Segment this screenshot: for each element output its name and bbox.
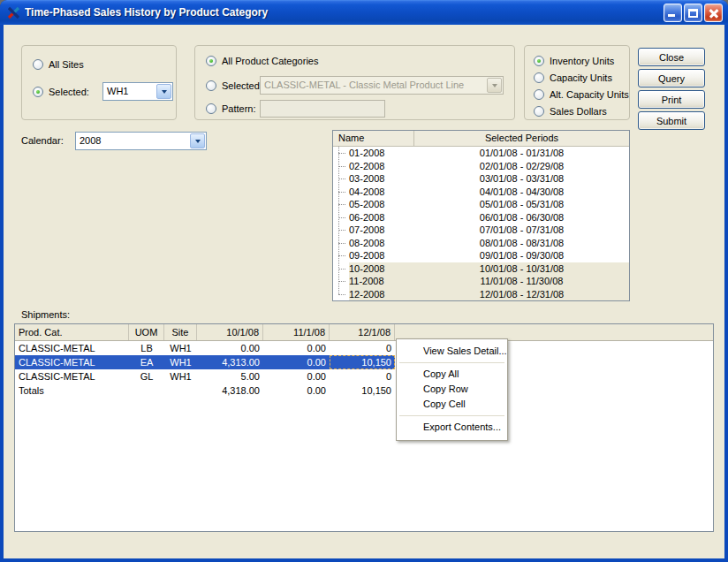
window-title: Time-Phased Sales History by Product Cat… (25, 6, 664, 19)
radio-icon[interactable] (33, 59, 43, 70)
shipments-cell[interactable]: 0.00 (263, 341, 330, 355)
period-row[interactable]: 12-200812/01/08 - 12/31/08 (333, 288, 629, 301)
unit-option-label: Inventory Units (550, 56, 614, 66)
menu-item[interactable]: View Sales Detail... (398, 344, 506, 359)
site-combo[interactable]: WH1 (102, 82, 173, 101)
close-button[interactable] (704, 4, 723, 22)
shipments-row[interactable]: Totals4,318.000.0010,150 (15, 384, 395, 398)
period-name: 06-2008 (349, 211, 414, 224)
radio-icon[interactable] (534, 106, 544, 117)
shipments-cell[interactable]: 0 (330, 341, 395, 355)
periods-col-name[interactable]: Name (333, 131, 414, 146)
radio-icon[interactable] (534, 56, 544, 66)
shipments-header: Prod. Cat.UOMSite10/1/0811/1/0812/1/08 (15, 324, 713, 341)
pattern-input (260, 100, 385, 118)
shipments-cell[interactable]: GL (129, 369, 164, 384)
maximize-button[interactable] (684, 4, 702, 22)
unit-option[interactable]: Inventory Units (534, 53, 629, 69)
radio-icon[interactable] (534, 72, 544, 83)
shipments-cell[interactable]: 5.00 (197, 369, 263, 384)
menu-item[interactable]: Export Contents... (398, 420, 506, 435)
shipments-cell[interactable]: 10,150 (330, 384, 395, 398)
all-product-categories-option[interactable]: All Product Categories (206, 53, 318, 69)
query-button[interactable]: Query (638, 69, 705, 87)
shipments-cell[interactable]: 10,150 (330, 355, 395, 369)
period-row[interactable]: 03-200803/01/08 - 03/31/08 (333, 172, 629, 186)
periods-list: Name Selected Periods 01-200801/01/08 - … (332, 130, 630, 301)
shipments-cell[interactable]: 4,318.00 (197, 384, 263, 398)
chevron-down-icon (487, 78, 502, 93)
shipments-row[interactable]: CLASSIC-METALEAWH14,313.000.0010,150 (15, 355, 395, 369)
shipments-column-header[interactable]: 10/1/08 (197, 324, 263, 340)
submit-button[interactable]: Submit (638, 111, 705, 130)
shipments-cell[interactable] (164, 384, 197, 398)
shipments-cell[interactable]: 4,313.00 (197, 355, 263, 369)
selected-product-option[interactable]: Selected: (206, 78, 262, 94)
selected-site-label: Selected: (49, 87, 89, 97)
shipments-cell[interactable] (129, 384, 164, 398)
chevron-down-icon[interactable] (190, 133, 205, 148)
radio-icon[interactable] (206, 103, 216, 114)
shipments-cell[interactable]: 0.00 (263, 384, 330, 398)
shipments-cell[interactable]: EA (129, 355, 164, 369)
close-button[interactable]: Close (638, 48, 705, 66)
period-name: 07-2008 (349, 224, 414, 237)
period-row[interactable]: 10-200810/01/08 - 10/31/08 (333, 262, 629, 276)
radio-icon[interactable] (534, 89, 544, 100)
shipments-cell[interactable]: WH1 (164, 355, 197, 369)
shipments-cell[interactable]: WH1 (164, 369, 197, 384)
radio-icon[interactable] (33, 87, 43, 97)
menu-item[interactable]: Copy Row (398, 382, 506, 397)
unit-option[interactable]: Sales Dollars (534, 103, 629, 119)
shipments-cell[interactable]: 0 (330, 369, 395, 384)
menu-separator (399, 362, 504, 363)
period-name: 09-2008 (349, 249, 414, 262)
period-row[interactable]: 08-200808/01/08 - 08/31/08 (333, 237, 629, 250)
chevron-down-icon[interactable] (156, 84, 171, 99)
application-window: Time-Phased Sales History by Product Cat… (0, 0, 728, 562)
menu-item[interactable]: Copy Cell (398, 397, 506, 412)
shipments-cell[interactable]: 0.00 (263, 369, 330, 384)
print-button[interactable]: Print (638, 90, 705, 109)
shipments-cell[interactable]: 0.00 (197, 341, 263, 355)
all-sites-label: All Sites (49, 59, 84, 70)
action-button-column: CloseQueryPrintSubmit (638, 48, 705, 130)
selected-site-option[interactable]: Selected: (33, 84, 89, 100)
period-row[interactable]: 04-200804/01/08 - 04/30/08 (333, 186, 629, 199)
shipments-row[interactable]: CLASSIC-METALGLWH15.000.000 (15, 369, 395, 384)
unit-option[interactable]: Alt. Capacity Units (534, 87, 629, 103)
period-row[interactable]: 09-200809/01/08 - 09/30/08 (333, 249, 629, 262)
calendar-combo[interactable]: 2008 (75, 132, 207, 150)
shipments-cell[interactable]: CLASSIC-METAL (15, 369, 129, 384)
shipments-cell[interactable]: CLASSIC-METAL (15, 341, 129, 355)
shipments-column-header[interactable]: Prod. Cat. (15, 324, 129, 340)
shipments-column-header[interactable]: 11/1/08 (263, 324, 330, 340)
tree-branch-icon (333, 211, 349, 224)
shipments-column-header[interactable]: 12/1/08 (330, 324, 395, 340)
title-bar[interactable]: Time-Phased Sales History by Product Cat… (0, 0, 728, 25)
shipments-column-header[interactable]: Site (164, 324, 197, 340)
shipments-column-header[interactable]: UOM (129, 324, 164, 340)
shipments-cell[interactable]: WH1 (164, 341, 197, 355)
shipments-cell[interactable]: 0.00 (263, 355, 330, 369)
period-row[interactable]: 05-200805/01/08 - 05/31/08 (333, 198, 629, 211)
period-row[interactable]: 01-200801/01/08 - 01/31/08 (333, 147, 629, 160)
period-row[interactable]: 11-200811/01/08 - 11/30/08 (333, 275, 629, 288)
period-row[interactable]: 07-200807/01/08 - 07/31/08 (333, 224, 629, 237)
shipments-cell[interactable]: LB (129, 341, 164, 355)
menu-item[interactable]: Copy All (398, 367, 506, 382)
all-sites-option[interactable]: All Sites (33, 57, 84, 72)
periods-col-selected-periods[interactable]: Selected Periods (414, 131, 629, 146)
shipments-cell[interactable]: CLASSIC-METAL (15, 355, 129, 369)
period-name: 05-2008 (349, 198, 414, 211)
shipments-cell[interactable]: Totals (15, 384, 129, 398)
product-combo-value: CLASSIC-METAL - Classic Metal Product Li… (264, 80, 464, 90)
shipments-row[interactable]: CLASSIC-METALLBWH10.000.000 (15, 341, 395, 355)
pattern-option[interactable]: Pattern: (206, 101, 256, 117)
period-row[interactable]: 06-200806/01/08 - 06/30/08 (333, 211, 629, 224)
radio-icon[interactable] (206, 80, 216, 91)
radio-icon[interactable] (206, 56, 216, 66)
minimize-button[interactable] (664, 4, 682, 22)
period-row[interactable]: 02-200802/01/08 - 02/29/08 (333, 160, 629, 173)
unit-option[interactable]: Capacity Units (534, 70, 629, 86)
